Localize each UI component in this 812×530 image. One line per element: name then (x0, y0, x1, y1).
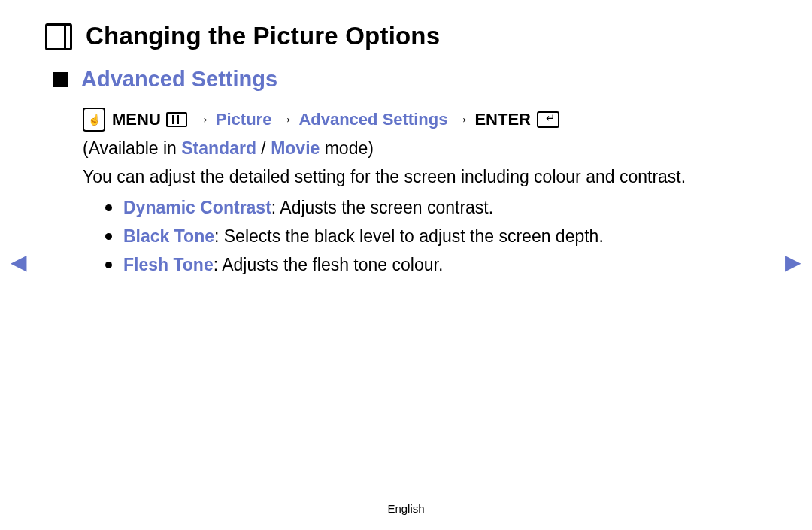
option-term: Flesh Tone (123, 255, 214, 274)
list-item: Dynamic Contrast: Adjusts the screen con… (105, 195, 767, 222)
content-block: ☝ MENU → Picture → Advanced Settings → E… (83, 107, 767, 278)
square-bullet-icon (53, 72, 68, 87)
mode-standard: Standard (181, 138, 256, 158)
next-page-button[interactable]: ▶ (785, 252, 801, 273)
option-term: Dynamic Contrast (123, 198, 271, 217)
mode-movie: Movie (271, 138, 320, 158)
options-list: Dynamic Contrast: Adjusts the screen con… (105, 195, 767, 278)
prev-page-button[interactable]: ◀ (11, 252, 27, 273)
availability-line: (Available in Standard / Movie mode) (83, 135, 767, 162)
enter-label: ENTER (474, 107, 531, 132)
avail-suffix: mode) (320, 138, 374, 158)
page-title: Changing the Picture Options (86, 22, 440, 50)
menu-button-icon (166, 112, 187, 127)
section-heading: Advanced Settings (81, 67, 277, 92)
enter-button-icon (537, 111, 559, 128)
path-advanced-settings: Advanced Settings (298, 107, 447, 132)
arrow-sep: → (453, 107, 469, 132)
option-desc: : Adjusts the screen contrast. (271, 198, 493, 217)
avail-sep: / (256, 138, 271, 158)
option-term: Black Tone (123, 226, 214, 246)
list-item: Black Tone: Selects the black level to a… (105, 223, 767, 250)
arrow-sep: → (194, 107, 211, 132)
manual-page: Changing the Picture Options Advanced Se… (0, 0, 812, 530)
section-row: Advanced Settings (53, 67, 767, 92)
avail-prefix: (Available in (83, 138, 181, 158)
option-desc: : Selects the black level to adjust the … (214, 226, 604, 246)
hand-icon: ☝ (83, 108, 105, 132)
list-item: Flesh Tone: Adjusts the flesh tone colou… (105, 252, 767, 279)
description-line: You can adjust the detailed setting for … (83, 164, 767, 191)
title-row: Changing the Picture Options (45, 21, 767, 50)
arrow-sep: → (277, 107, 293, 132)
menu-label: MENU (112, 107, 161, 132)
book-icon (45, 23, 72, 50)
option-desc: : Adjusts the flesh tone colour. (214, 255, 444, 274)
footer-language: English (0, 502, 812, 515)
menu-path: ☝ MENU → Picture → Advanced Settings → E… (83, 107, 767, 132)
path-picture: Picture (216, 107, 272, 132)
